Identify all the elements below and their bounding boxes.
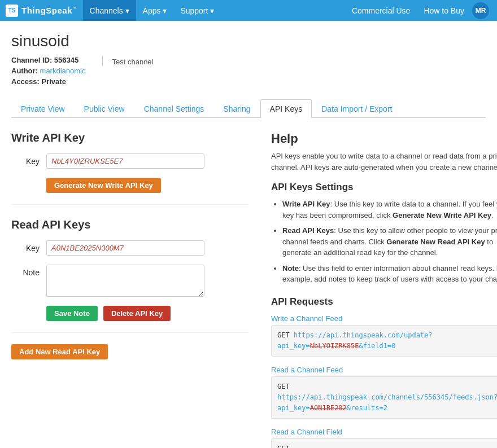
- brand[interactable]: TS ThingSpeak™: [6, 5, 77, 17]
- api-req-read-field-box: GET https://api.thingspeak.com/channels/…: [271, 438, 497, 448]
- settings-item-read: Read API Keys: Use this key to allow oth…: [282, 225, 497, 258]
- note-label: Note: [11, 265, 40, 277]
- api-req-read-feed: Read a Channel Feed GET https://api.thin…: [271, 366, 497, 419]
- settings-item-write: Write API Key: Use this key to write dat…: [282, 199, 497, 221]
- note-group: Note: [11, 265, 249, 297]
- save-note-button[interactable]: Save Note: [46, 306, 98, 321]
- navbar: TS ThingSpeak™ Channels ▾ Apps ▾ Support…: [0, 0, 497, 21]
- api-requests-title: API Requests: [271, 296, 497, 308]
- nav-item-apps[interactable]: Apps ▾: [136, 0, 174, 21]
- left-column: Write API Key Key Generate New Write API…: [11, 131, 249, 448]
- delete-api-key-button[interactable]: Delete API Key: [103, 306, 171, 321]
- nav-right: Commercial Use How to Buy MR: [346, 0, 491, 21]
- help-title: Help: [271, 131, 497, 146]
- api-req-write-box: GET https://api.thingspeak.com/update?ap…: [271, 325, 497, 357]
- write-key-group: Key: [11, 153, 249, 169]
- read-key-label: Key: [11, 240, 40, 253]
- tab-private-view[interactable]: Private View: [11, 99, 75, 118]
- api-req-read-feed-box: GET https://api.thingspeak.com/channels/…: [271, 376, 497, 419]
- nav-item-channels[interactable]: Channels ▾: [83, 0, 136, 21]
- write-api-key-input[interactable]: [46, 153, 204, 169]
- api-req-read-feed-label: Read a Channel Feed: [271, 366, 497, 374]
- channel-id: Channel ID: 556345: [11, 56, 85, 64]
- write-key-label: Key: [11, 153, 40, 166]
- save-delete-wrap: Save Note Delete API Key: [46, 306, 249, 321]
- write-api-title: Write API Key: [11, 131, 249, 144]
- add-divider: [11, 332, 249, 333]
- api-req-read-field: Read a Channel Field GET https://api.thi…: [271, 428, 497, 448]
- tab-public-view[interactable]: Public View: [75, 99, 134, 118]
- how-to-buy-link[interactable]: How to Buy: [418, 0, 470, 21]
- tab-data-import-export[interactable]: Data Import / Export: [312, 99, 402, 118]
- main-columns: Write API Key Key Generate New Write API…: [11, 131, 486, 448]
- generate-write-key-wrap: Generate New Write API Key: [46, 178, 249, 193]
- channel-author: Author: markdianomic: [11, 67, 85, 75]
- channel-title: sinusoid: [11, 32, 486, 50]
- section-divider: [11, 204, 249, 205]
- api-req-read-field-label: Read a Channel Field: [271, 428, 497, 436]
- api-req-write-feed: Write a Channel Feed GET https://api.thi…: [271, 314, 497, 357]
- read-api-section: Read API Keys Key Note Save Note Delete …: [11, 218, 249, 359]
- help-description: API keys enable you to write data to a c…: [271, 151, 497, 173]
- settings-list: Write API Key: Use this key to write dat…: [271, 199, 497, 285]
- author-link[interactable]: markdianomic: [40, 67, 86, 75]
- tab-api-keys[interactable]: API Keys: [260, 99, 312, 118]
- tab-sharing[interactable]: Sharing: [213, 99, 260, 118]
- tab-channel-settings[interactable]: Channel Settings: [134, 99, 214, 118]
- channel-access: Access: Private: [11, 77, 85, 86]
- api-keys-settings-title: API Keys Settings: [271, 182, 497, 193]
- note-textarea[interactable]: [46, 265, 204, 297]
- settings-item-note: Note: Use this field to enter informatio…: [282, 263, 497, 285]
- read-api-title: Read API Keys: [11, 218, 249, 231]
- add-read-api-key-button[interactable]: Add New Read API Key: [11, 344, 108, 359]
- add-btn-wrap: Add New Read API Key: [11, 344, 249, 359]
- avatar[interactable]: MR: [472, 2, 489, 19]
- nav-item-support[interactable]: Support ▾: [173, 0, 221, 21]
- right-column: Help API keys enable you to write data t…: [271, 131, 497, 448]
- channel-description: Test channel: [112, 58, 153, 66]
- main-nav: Channels ▾ Apps ▾ Support ▾: [83, 0, 221, 21]
- logo-box: TS: [6, 5, 18, 17]
- api-req-write-label: Write a Channel Feed: [271, 314, 497, 323]
- read-api-key-input[interactable]: [46, 240, 204, 256]
- tabs: Private View Public View Channel Setting…: [11, 99, 486, 118]
- write-api-section: Write API Key Key Generate New Write API…: [11, 131, 249, 193]
- generate-write-api-key-button[interactable]: Generate New Write API Key: [46, 178, 161, 193]
- read-key-group: Key: [11, 240, 249, 256]
- brand-text: ThingSpeak™: [21, 6, 77, 15]
- commercial-use-link[interactable]: Commercial Use: [346, 0, 416, 21]
- page-content: sinusoid Channel ID: 556345 Author: mark…: [0, 21, 497, 448]
